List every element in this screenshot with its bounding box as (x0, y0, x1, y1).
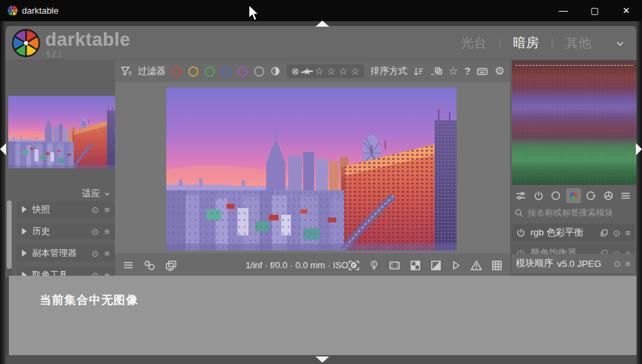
group-effects-fan-icon[interactable] (601, 188, 616, 203)
module-search (514, 206, 632, 220)
filter-funnel-icon[interactable] (120, 65, 132, 77)
grouping-icon[interactable] (431, 66, 442, 77)
help-icon[interactable]: ? (465, 66, 471, 76)
module-duplicate-manager[interactable]: 副本管理器 ⊙ ≡ (16, 245, 115, 261)
module-search-input[interactable] (528, 208, 630, 218)
collapse-top-panel-arrow-icon[interactable] (316, 21, 329, 27)
group-color-rgb-icon[interactable] (566, 188, 581, 203)
overlays-star-icon[interactable]: ☆ (448, 66, 458, 77)
navigation-thumbnail[interactable] (8, 96, 115, 168)
star-2-icon[interactable]: ☆ (315, 66, 324, 77)
view-separator: | (551, 36, 554, 50)
zoom-level-value: 适应 (82, 187, 100, 200)
app-name: darktable (45, 29, 131, 51)
minimize-button[interactable]: — (548, 0, 579, 21)
zoom-level-dropdown[interactable]: 适应 (82, 187, 111, 200)
color-label-green[interactable] (205, 66, 215, 77)
collapse-right-panel-arrow-icon[interactable] (636, 143, 642, 155)
overlays-menu-icon[interactable] (122, 259, 135, 271)
view-switcher: 光台 | 暗房 | 其他 (461, 26, 591, 60)
raw-overexposed-icon[interactable] (409, 259, 422, 272)
shortcuts-keyboard-icon[interactable] (476, 66, 488, 77)
views-chevron-down-icon[interactable] (615, 40, 626, 48)
left-panel-scrollbar-thumb[interactable] (7, 200, 12, 269)
reset-icon[interactable]: ⊙ (613, 228, 621, 238)
expander-icon (22, 228, 27, 235)
app-logo-icon (7, 5, 18, 16)
reset-icon[interactable]: ⊙ (614, 259, 621, 269)
collapse-left-panel-arrow-icon[interactable] (0, 143, 6, 155)
left-panel: 适应 快照 ⊙ ≡ 历史 ⊙ ≡ 副本管理器 ⊙ ≡ 取色工具 ⊙ ≡ (5, 60, 115, 277)
darktable-window: darktable — ▢ ✕ darktable 5.2.1 光台 | 暗房 … (0, 0, 642, 364)
app-version: 5.2.1 (47, 51, 62, 58)
left-edge (0, 21, 5, 364)
expander-icon (22, 250, 27, 257)
reject-icon[interactable]: ⊗ (292, 66, 300, 77)
group-enabled-power-icon[interactable] (531, 188, 546, 203)
search-icon (514, 208, 524, 218)
filter-label: 过滤器 (138, 65, 166, 77)
module-history[interactable]: 历史 ⊙ ≡ (16, 223, 115, 239)
darktable-logo-icon (11, 28, 41, 58)
main-image[interactable] (166, 88, 457, 250)
full-preview-icon[interactable] (388, 259, 401, 272)
preferences-gear-icon[interactable]: ⚙ (495, 66, 504, 77)
star-5-icon[interactable]: ☆ (351, 66, 360, 77)
color-label-blue[interactable] (221, 66, 231, 77)
center-area: 过滤器 ⊗ ★ ☆ ☆ ☆ ☆ 排序方式 ☆ ? ⚙ (115, 60, 510, 277)
top-toolbar: 过滤器 ⊗ ★ ☆ ☆ ☆ ☆ 排序方式 ☆ ? ⚙ (115, 60, 510, 82)
sort-order-icon[interactable] (413, 66, 424, 77)
iso12646-bulb-icon[interactable] (368, 259, 380, 272)
module-order-value: v5.0 JPEG (557, 259, 602, 269)
maximize-button[interactable]: ▢ (579, 0, 611, 21)
reset-icon[interactable]: ⊙ (92, 226, 99, 237)
module-color-balance-rgb[interactable]: rgb 色彩平衡 ⊙ ≡ (512, 224, 634, 242)
module-snapshots[interactable]: 快照 ⊙ ≡ (16, 201, 115, 218)
view-lighttable[interactable]: 光台 (461, 34, 487, 52)
view-other[interactable]: 其他 (565, 34, 591, 52)
right-panel: rgb 色彩平衡 ⊙ ≡ 颜色均衡器 ⊙ ≡ 模块顺序 v5.0 JPEG ⊙ … (510, 60, 637, 277)
waveform-scope[interactable] (512, 60, 637, 185)
color-label-mixed-icon[interactable] (270, 66, 281, 77)
overexposed-icon[interactable] (430, 259, 442, 272)
filmstrip-panel: 当前集合中无图像 (9, 276, 637, 355)
color-label-yellow[interactable] (188, 66, 198, 77)
presets-icon[interactable]: ≡ (104, 205, 110, 215)
titlebar: darktable — ▢ ✕ (0, 0, 642, 21)
reset-icon[interactable]: ⊙ (92, 248, 99, 259)
groups-presets-menu-icon[interactable] (618, 188, 633, 203)
close-button[interactable]: ✕ (611, 0, 642, 21)
color-label-gray[interactable] (254, 66, 264, 77)
scope-clipping-dashed-line (515, 65, 633, 66)
guides-grid-icon[interactable] (491, 259, 503, 272)
expand-filmstrip-arrow-icon[interactable] (316, 356, 329, 363)
view-darkroom[interactable]: 暗房 (513, 34, 539, 52)
multi-instance-icon[interactable] (600, 229, 608, 237)
empty-collection-message: 当前集合中无图像 (40, 292, 138, 308)
module-order-row[interactable]: 模块顺序 v5.0 JPEG ⊙ ≡ (512, 254, 634, 273)
group-active-modules-icon[interactable] (513, 188, 528, 203)
group-correct-swirl-icon[interactable] (583, 188, 598, 203)
presets-icon[interactable]: ≡ (625, 259, 630, 269)
color-label-purple[interactable] (237, 66, 248, 77)
module-order-label: 模块顺序 (516, 257, 553, 270)
header-bar: darktable 5.2.1 光台 | 暗房 | 其他 (5, 26, 637, 60)
bottom-toolbar: 1/inf · f/0.0 · 0.0 mm · ISO 0 (115, 253, 510, 277)
star-3-icon[interactable]: ☆ (327, 66, 336, 77)
star-4-icon[interactable]: ☆ (339, 66, 348, 77)
star-1-icon[interactable]: ★ (303, 66, 311, 77)
right-edge (637, 21, 642, 364)
color-assessment-circles-icon[interactable] (143, 259, 156, 272)
color-label-red[interactable] (172, 66, 182, 77)
exif-info: 1/inf · f/0.0 · 0.0 mm · ISO 0 (246, 260, 356, 270)
gamut-check-warning-icon[interactable] (470, 259, 483, 272)
power-icon[interactable] (516, 228, 526, 237)
rating-filter: ⊗ ★ ☆ ☆ ☆ ☆ (287, 64, 365, 78)
reset-icon[interactable]: ⊙ (92, 205, 99, 215)
softproof-icon[interactable] (450, 259, 462, 272)
second-window-icon[interactable] (164, 259, 178, 272)
presets-icon[interactable]: ≡ (104, 248, 110, 259)
group-base-circle-icon[interactable] (548, 188, 563, 203)
presets-icon[interactable]: ≡ (104, 226, 110, 237)
presets-icon[interactable]: ≡ (625, 228, 630, 238)
